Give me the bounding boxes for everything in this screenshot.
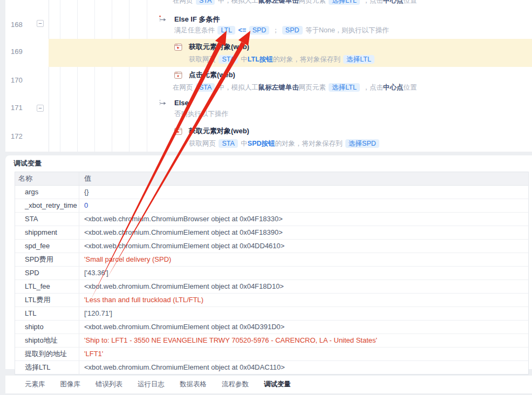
variable-row[interactable]: LTL费用'Less than and full truckload (LTL/… [15,294,528,307]
variable-value: 'Small parcel delivery (SPD) [79,253,528,266]
get-element-web-icon [174,43,183,52]
variable-name: shippment [15,226,79,239]
variable-value: ['120.71'] [79,307,528,320]
variable-pill[interactable]: 选择LTL [329,83,360,92]
desc-text: 位置 [403,0,417,4]
variable-pill[interactable]: 选择SPD [345,139,379,148]
desc-text: 在网页 [173,0,195,4]
flow-editor-panel: 168−169170171−172 在网页 STA 中，模拟人工鼠标左键单击网页… [5,0,532,152]
variable-row[interactable]: _xbot_retry_time0 [15,199,528,213]
variable-name: shipto [15,321,79,333]
step-description: 获取网页 STA 中SPD按钮的对象，将对象保存到 选择SPD [189,139,380,148]
variable-row[interactable]: spd_fee<xbot.web.chromium.ChromiumElemen… [15,240,528,253]
step-description: 满足任意条件 LTL <= SPD ； SPD 等于None，则执行以下操作 [174,26,389,35]
tab-run-log[interactable]: 运行日志 [138,380,165,389]
step-title: 点击元素(web) [189,71,235,79]
desc-text: 否则执行以下操作 [174,110,228,118]
tab-debug-variables[interactable]: 调试变量 [264,380,291,389]
variable-value: {} [79,186,528,199]
panel-title: 调试变量 [13,159,42,168]
flow-step-row[interactable]: Else否则执行以下操作 [5,99,532,127]
desc-text: 中心点 [383,84,404,91]
variable-row[interactable]: STA<xbot.web.chromium.ChromiumBrowser ob… [15,213,528,226]
variable-value: <xbot.web.chromium.ChromiumElement objec… [79,361,528,374]
variable-name: shipto地址 [15,334,79,347]
variable-row[interactable]: shipto地址'Ship to: LFT1 - 3550 NE EVANGEL… [15,334,528,348]
tab-flow-params[interactable]: 流程参数 [222,380,249,389]
tab-data-table[interactable]: 数据表格 [180,380,207,389]
variable-value: 'Ship to: LFT1 - 3550 NE EVANGELINE TRWY… [79,334,528,347]
variable-pill[interactable]: STA [196,0,215,5]
variable-value: <xbot.web.chromium.ChromiumElement objec… [79,240,528,253]
tab-error-list[interactable]: 错误列表 [96,380,122,389]
variable-pill[interactable]: 选择LTL [343,55,374,64]
variable-name: args [15,186,79,199]
variable-pill[interactable]: STA [219,55,237,64]
step-description: 获取网页 STA 中LTL按钮的对象，将对象保存到 选择LTL [189,55,376,64]
variable-row[interactable]: args{} [15,186,528,199]
desc-text: 位置 [403,84,417,91]
variable-pill[interactable]: SPD [282,26,303,35]
step-description: 在网页 STA 中，模拟人工鼠标左键单击网页元素 选择LTL ，点击中心点位置 [173,0,417,5]
variable-name: LTL费用 [15,294,79,307]
flow-step-row[interactable]: 获取元素对象(web)获取网页 STA 中SPD按钮的对象，将对象保存到 选择S… [5,127,532,152]
desc-text: 获取网页 [189,56,217,63]
column-header-value: 值 [79,172,528,185]
variable-pill[interactable]: STA [219,139,237,148]
variable-value: 'Less than and full truckload (LTL/FTL) [79,294,528,307]
else-icon [158,99,167,108]
step-title: Else [174,99,189,107]
variable-pill[interactable]: 选择LTL [329,0,360,5]
tab-element-library[interactable]: 元素库 [25,380,45,389]
tab-image-library[interactable]: 图像库 [60,380,81,389]
variable-name: STA [15,213,79,226]
desc-text: ，点击 [361,0,383,4]
table-header-row: 名称值 [15,172,528,186]
bottom-tab-bar: 元素库图像库错误列表运行日志数据表格流程参数调试变量 [5,376,532,393]
flow-step-row[interactable]: 获取元素对象(web)获取网页 STA 中LTL按钮的对象，将对象保存到 选择L… [5,43,532,71]
variable-pill[interactable]: LTL [217,26,235,35]
desc-text: SPD按钮 [248,140,275,147]
step-description: 否则执行以下操作 [174,110,228,119]
desc-text: 中 [239,140,248,147]
variable-pill[interactable]: SPD [249,26,270,35]
variable-name: _xbot_retry_time [15,199,79,212]
variable-name: SPD [15,267,79,280]
variable-row[interactable]: SPD费用'Small parcel delivery (SPD) [15,253,528,267]
desc-text: 中，模拟人工 [216,0,258,4]
variable-pill[interactable]: STA [196,83,215,92]
desc-text: ； [270,26,281,34]
variable-name: LTL_fee [15,280,79,293]
variable-name: 提取到的地址 [15,348,79,360]
desc-text: 鼠标左键单击 [258,84,299,91]
variable-row[interactable]: shippment<xbot.web.chromium.ChromiumElem… [15,226,528,240]
desc-text: 获取网页 [189,140,217,147]
click-element-web-icon [174,71,183,80]
variable-row[interactable]: LTL['120.71'] [15,307,528,321]
flow-step-row[interactable]: Else IF 多条件满足任意条件 LTL <= SPD ； SPD 等于Non… [5,15,532,43]
variable-row[interactable]: 提取到的地址'LFT1' [15,348,528,361]
step-description: 在网页 STA 中，模拟人工鼠标左键单击网页元素 选择LTL ，点击中心点位置 [173,83,417,92]
variables-table: 名称值args{}_xbot_retry_time0STA<xbot.web.c… [15,172,529,375]
step-title: 获取元素对象(web) [189,43,249,51]
desc-text: 网页元素 [299,84,328,91]
variable-value: <xbot.web.chromium.ChromiumElement objec… [79,280,528,293]
variable-name: 选择LTL [15,361,79,374]
variable-row[interactable]: 选择LTL<xbot.web.chromium.ChromiumElement … [15,361,528,374]
variable-name: LTL [15,307,79,320]
desc-text: ，点击 [361,84,383,91]
variable-row[interactable]: shipto<xbot.web.chromium.ChromiumElement… [15,321,528,334]
desc-text: 鼠标左键单击 [258,0,299,4]
desc-text: 的对象，将对象保存到 [273,56,342,63]
variable-value: <xbot.web.chromium.ChromiumBrowser objec… [79,213,528,226]
else-if-icon [158,16,167,24]
flow-step-row[interactable]: 在网页 STA 中，模拟人工鼠标左键单击网页元素 选择LTL ，点击中心点位置 [5,0,532,6]
variable-value: 0 [79,199,528,212]
variable-row[interactable]: LTL_fee<xbot.web.chromium.ChromiumElemen… [15,280,528,294]
flow-step-row[interactable]: 点击元素(web)在网页 STA 中，模拟人工鼠标左键单击网页元素 选择LTL … [5,71,532,99]
variable-name: SPD费用 [15,253,79,266]
step-title: Else IF 多条件 [174,15,220,24]
variable-value: <xbot.web.chromium.ChromiumElement objec… [79,226,528,239]
desc-text: 的对象，将对象保存到 [275,140,344,147]
variable-row[interactable]: SPD['43.36'] [15,267,528,280]
